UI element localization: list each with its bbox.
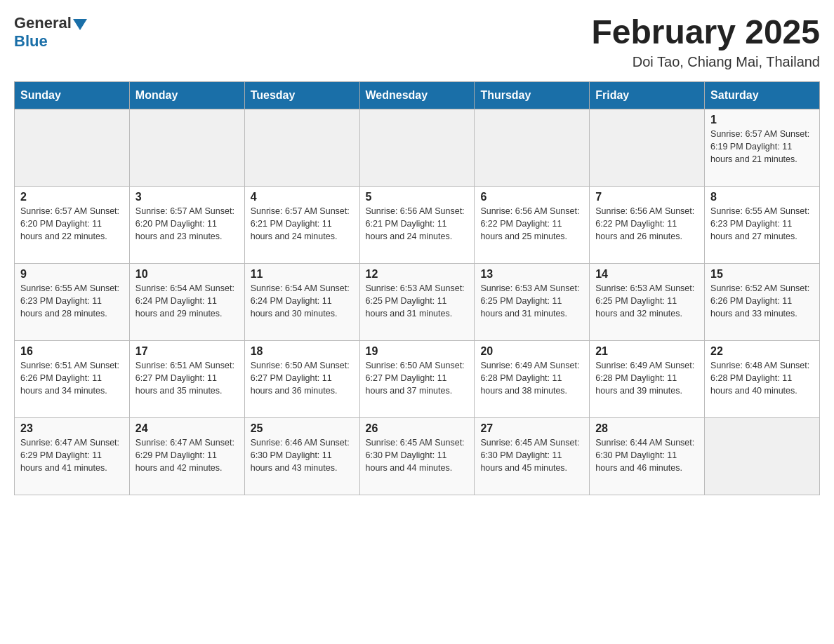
day-number: 24 [135, 422, 239, 435]
calendar-cell: 6Sunrise: 6:56 AM Sunset: 6:22 PM Daylig… [475, 186, 590, 263]
calendar-cell: 20Sunrise: 6:49 AM Sunset: 6:28 PM Dayli… [475, 340, 590, 417]
calendar-cell: 23Sunrise: 6:47 AM Sunset: 6:29 PM Dayli… [15, 417, 130, 495]
day-info: Sunrise: 6:53 AM Sunset: 6:25 PM Dayligh… [366, 282, 469, 320]
day-info: Sunrise: 6:49 AM Sunset: 6:28 PM Dayligh… [480, 359, 583, 397]
day-info: Sunrise: 6:51 AM Sunset: 6:27 PM Dayligh… [135, 359, 239, 397]
day-of-week-friday: Friday [590, 81, 705, 109]
calendar-cell [705, 417, 820, 495]
calendar-week-3: 9Sunrise: 6:55 AM Sunset: 6:23 PM Daylig… [15, 263, 820, 340]
day-number: 22 [710, 345, 814, 358]
calendar-cell: 4Sunrise: 6:57 AM Sunset: 6:21 PM Daylig… [244, 186, 359, 263]
day-number: 15 [710, 268, 814, 281]
day-info: Sunrise: 6:45 AM Sunset: 6:30 PM Dayligh… [366, 436, 469, 474]
day-number: 3 [135, 191, 239, 203]
calendar-cell [244, 109, 359, 186]
day-info: Sunrise: 6:57 AM Sunset: 6:20 PM Dayligh… [20, 205, 124, 243]
day-info: Sunrise: 6:56 AM Sunset: 6:22 PM Dayligh… [595, 205, 699, 243]
day-number: 17 [135, 345, 239, 358]
day-info: Sunrise: 6:57 AM Sunset: 6:20 PM Dayligh… [135, 205, 239, 243]
day-info: Sunrise: 6:45 AM Sunset: 6:30 PM Dayligh… [480, 436, 583, 474]
logo-general-text: General [14, 14, 72, 32]
day-number: 25 [251, 422, 354, 435]
calendar-cell: 7Sunrise: 6:56 AM Sunset: 6:22 PM Daylig… [590, 186, 705, 263]
day-number: 19 [366, 345, 469, 358]
calendar-cell: 16Sunrise: 6:51 AM Sunset: 6:26 PM Dayli… [15, 340, 130, 417]
day-info: Sunrise: 6:56 AM Sunset: 6:22 PM Dayligh… [480, 205, 583, 243]
day-number: 26 [366, 422, 469, 435]
calendar-week-2: 2Sunrise: 6:57 AM Sunset: 6:20 PM Daylig… [15, 186, 820, 263]
day-info: Sunrise: 6:47 AM Sunset: 6:29 PM Dayligh… [20, 436, 124, 474]
day-number: 1 [710, 114, 814, 126]
logo-blue-text: Blue [14, 32, 48, 51]
calendar-cell [590, 109, 705, 186]
calendar-cell [129, 109, 244, 186]
calendar-cell: 19Sunrise: 6:50 AM Sunset: 6:27 PM Dayli… [359, 340, 475, 417]
calendar-week-5: 23Sunrise: 6:47 AM Sunset: 6:29 PM Dayli… [15, 417, 820, 495]
day-info: Sunrise: 6:48 AM Sunset: 6:28 PM Dayligh… [710, 359, 814, 397]
day-number: 10 [135, 268, 239, 281]
day-number: 28 [595, 422, 699, 435]
calendar-cell: 26Sunrise: 6:45 AM Sunset: 6:30 PM Dayli… [359, 417, 475, 495]
day-number: 14 [595, 268, 699, 281]
day-of-week-saturday: Saturday [705, 81, 820, 109]
day-info: Sunrise: 6:50 AM Sunset: 6:27 PM Dayligh… [366, 359, 469, 397]
day-info: Sunrise: 6:53 AM Sunset: 6:25 PM Dayligh… [595, 282, 699, 320]
calendar-cell: 25Sunrise: 6:46 AM Sunset: 6:30 PM Dayli… [244, 417, 359, 495]
calendar-cell: 18Sunrise: 6:50 AM Sunset: 6:27 PM Dayli… [244, 340, 359, 417]
page-header: General Blue February 2025 Doi Tao, Chia… [14, 14, 820, 70]
day-number: 13 [480, 268, 583, 281]
calendar-header-row: SundayMondayTuesdayWednesdayThursdayFrid… [15, 81, 820, 109]
day-number: 9 [20, 268, 124, 281]
day-number: 5 [366, 191, 469, 203]
calendar-cell [475, 109, 590, 186]
calendar-table: SundayMondayTuesdayWednesdayThursdayFrid… [14, 81, 820, 495]
day-number: 7 [595, 191, 699, 203]
title-block: February 2025 Doi Tao, Chiang Mai, Thail… [591, 14, 820, 70]
month-title: February 2025 [591, 14, 820, 51]
day-info: Sunrise: 6:54 AM Sunset: 6:24 PM Dayligh… [135, 282, 239, 320]
day-info: Sunrise: 6:51 AM Sunset: 6:26 PM Dayligh… [20, 359, 124, 397]
calendar-cell: 28Sunrise: 6:44 AM Sunset: 6:30 PM Dayli… [590, 417, 705, 495]
calendar-cell [359, 109, 475, 186]
day-info: Sunrise: 6:56 AM Sunset: 6:21 PM Dayligh… [366, 205, 469, 243]
day-number: 4 [251, 191, 354, 203]
calendar-cell: 22Sunrise: 6:48 AM Sunset: 6:28 PM Dayli… [705, 340, 820, 417]
calendar-cell: 9Sunrise: 6:55 AM Sunset: 6:23 PM Daylig… [15, 263, 130, 340]
day-number: 2 [20, 191, 124, 203]
calendar-cell: 3Sunrise: 6:57 AM Sunset: 6:20 PM Daylig… [129, 186, 244, 263]
day-number: 12 [366, 268, 469, 281]
day-of-week-sunday: Sunday [15, 81, 130, 109]
day-info: Sunrise: 6:57 AM Sunset: 6:19 PM Dayligh… [710, 128, 814, 166]
day-info: Sunrise: 6:54 AM Sunset: 6:24 PM Dayligh… [251, 282, 354, 320]
day-number: 27 [480, 422, 583, 435]
day-info: Sunrise: 6:52 AM Sunset: 6:26 PM Dayligh… [710, 282, 814, 320]
day-info: Sunrise: 6:57 AM Sunset: 6:21 PM Dayligh… [251, 205, 354, 243]
calendar-cell: 15Sunrise: 6:52 AM Sunset: 6:26 PM Dayli… [705, 263, 820, 340]
day-info: Sunrise: 6:49 AM Sunset: 6:28 PM Dayligh… [595, 359, 699, 397]
calendar-week-1: 1Sunrise: 6:57 AM Sunset: 6:19 PM Daylig… [15, 109, 820, 186]
calendar-week-4: 16Sunrise: 6:51 AM Sunset: 6:26 PM Dayli… [15, 340, 820, 417]
day-of-week-wednesday: Wednesday [359, 81, 475, 109]
calendar-cell: 11Sunrise: 6:54 AM Sunset: 6:24 PM Dayli… [244, 263, 359, 340]
calendar-cell: 2Sunrise: 6:57 AM Sunset: 6:20 PM Daylig… [15, 186, 130, 263]
calendar-cell: 24Sunrise: 6:47 AM Sunset: 6:29 PM Dayli… [129, 417, 244, 495]
day-number: 6 [480, 191, 583, 203]
day-info: Sunrise: 6:50 AM Sunset: 6:27 PM Dayligh… [251, 359, 354, 397]
day-info: Sunrise: 6:55 AM Sunset: 6:23 PM Dayligh… [710, 205, 814, 243]
day-of-week-tuesday: Tuesday [244, 81, 359, 109]
day-info: Sunrise: 6:47 AM Sunset: 6:29 PM Dayligh… [135, 436, 239, 474]
calendar-cell: 5Sunrise: 6:56 AM Sunset: 6:21 PM Daylig… [359, 186, 475, 263]
day-number: 18 [251, 345, 354, 358]
day-number: 20 [480, 345, 583, 358]
logo: General Blue [14, 14, 88, 51]
calendar-cell: 12Sunrise: 6:53 AM Sunset: 6:25 PM Dayli… [359, 263, 475, 340]
day-of-week-thursday: Thursday [475, 81, 590, 109]
day-info: Sunrise: 6:46 AM Sunset: 6:30 PM Dayligh… [251, 436, 354, 474]
calendar-cell: 14Sunrise: 6:53 AM Sunset: 6:25 PM Dayli… [590, 263, 705, 340]
location-text: Doi Tao, Chiang Mai, Thailand [591, 54, 820, 70]
day-number: 11 [251, 268, 354, 281]
calendar-cell: 10Sunrise: 6:54 AM Sunset: 6:24 PM Dayli… [129, 263, 244, 340]
day-info: Sunrise: 6:55 AM Sunset: 6:23 PM Dayligh… [20, 282, 124, 320]
calendar-cell: 8Sunrise: 6:55 AM Sunset: 6:23 PM Daylig… [705, 186, 820, 263]
day-number: 21 [595, 345, 699, 358]
